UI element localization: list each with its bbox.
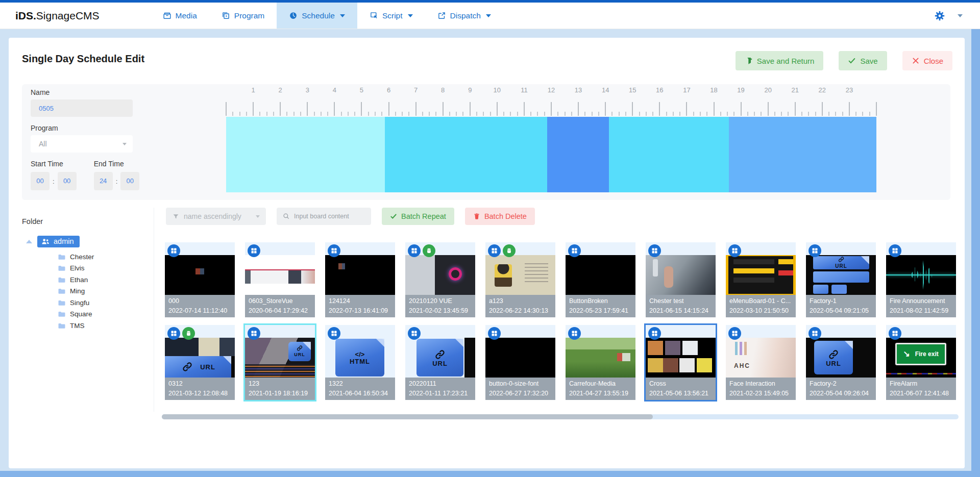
media-card[interactable]: 000 2022-07-14 11:12:40 — [165, 242, 235, 317]
scrollbar-thumb[interactable] — [162, 414, 653, 419]
media-card[interactable]: Carrefour-Media 2021-04-27 13:55:19 — [566, 325, 635, 400]
save-and-return-button[interactable]: Save and Return — [736, 51, 824, 70]
hour-label: 3 — [306, 86, 309, 94]
ruler-tick — [286, 112, 287, 116]
media-card[interactable]: URL 20220111 2022-01-11 17:23:21 — [405, 325, 475, 400]
end-minute-input[interactable]: 00 — [120, 172, 139, 190]
media-card[interactable]: URL 123 2021-01-19 18:16:19 — [245, 325, 315, 400]
search-input[interactable] — [294, 213, 363, 220]
file-label: Fire exit — [915, 351, 939, 358]
ruler-tick — [693, 112, 694, 116]
badge-windows — [167, 244, 180, 257]
ruler-tick — [273, 112, 274, 116]
ruler-tick — [571, 112, 572, 116]
ruler-tick — [544, 112, 545, 116]
media-card[interactable]: 0603_StoreVue 2020-06-04 17:29:42 — [245, 242, 315, 317]
grid-horizontal-scrollbar[interactable] — [162, 414, 959, 419]
media-thumbnail — [886, 255, 956, 295]
start-minute-input[interactable]: 00 — [58, 172, 77, 190]
folder-item-ethan[interactable]: Ethan — [58, 274, 154, 286]
media-card[interactable]: eMenuBoard-01 - C... 2022-03-10 21:50:50 — [726, 242, 796, 317]
media-card[interactable]: 20210120 VUE 2021-02-02 13:45:59 — [405, 242, 475, 317]
file-icon: URL — [165, 356, 231, 378]
badge-windows — [889, 244, 901, 257]
media-thumbnail: URL — [245, 338, 315, 378]
media-card[interactable]: 124124 2022-07-13 16:41:09 — [325, 242, 395, 317]
nav-item-media[interactable]: Media — [151, 3, 209, 29]
user-menu-caret[interactable] — [958, 14, 963, 17]
media-card[interactable]: AHC Face Interaction 2021-02-23 15:49:05 — [726, 325, 796, 400]
media-card[interactable]: ↘ Fire exit FireAlarm 2021-06-07 12:41:4… — [886, 325, 956, 400]
media-caption: Cross 2021-05-06 13:56:21 — [646, 378, 716, 400]
gear-icon[interactable] — [934, 10, 945, 21]
batch-delete-button[interactable]: Batch Delete — [465, 208, 535, 225]
file-glyph: </> — [355, 351, 365, 358]
folder-item-singfu[interactable]: Singfu — [58, 297, 154, 309]
media-card[interactable]: Chester test 2021-06-15 14:15:24 — [646, 242, 716, 317]
folder-icon — [58, 322, 66, 329]
schedule-block[interactable] — [226, 117, 385, 192]
media-card[interactable]: URL 0312 2021-03-12 12:08:48 — [165, 325, 235, 400]
hour-label: 13 — [575, 86, 582, 94]
media-card[interactable]: ButtonBroken 2022-05-23 17:59:41 — [566, 242, 635, 317]
nav-item-schedule[interactable]: Schedule — [277, 3, 357, 29]
media-caption: 0312 2021-03-12 12:08:48 — [165, 378, 235, 400]
windows-icon — [571, 330, 578, 337]
page-vertical-scrollbar[interactable] — [971, 29, 980, 471]
close-button[interactable]: Close — [902, 51, 952, 70]
batch-repeat-button[interactable]: Batch Repeat — [382, 208, 454, 225]
name-input[interactable] — [31, 99, 133, 117]
ruler-tick — [354, 112, 355, 116]
media-card[interactable]: Cross 2021-05-06 13:56:21 — [646, 325, 716, 400]
ruler-tick — [768, 102, 769, 116]
program-label: Program — [31, 124, 174, 132]
media-card[interactable]: URL Factory-1 2022-05-04 09:21:05 — [806, 242, 876, 317]
page-horizontal-scrollbar[interactable] — [0, 471, 980, 477]
media-card[interactable]: Fire Announcement 2021-08-02 11:42:59 — [886, 242, 956, 317]
media-card[interactable]: a123 2022-06-22 14:30:13 — [485, 242, 555, 317]
folder-item-tms[interactable]: TMS — [58, 320, 154, 332]
folder-item-chester[interactable]: Chester — [58, 251, 154, 263]
media-card[interactable]: URL Factory-2 2022-05-04 09:26:04 — [806, 325, 876, 400]
ruler-tick — [462, 112, 463, 116]
schedule-block[interactable] — [547, 117, 609, 192]
schedule-block[interactable] — [729, 117, 876, 192]
hour-label: 23 — [846, 86, 853, 94]
schedule-block[interactable] — [609, 117, 729, 192]
sort-select[interactable]: name ascendingly — [166, 208, 266, 225]
nav-item-script[interactable]: Script — [357, 3, 425, 29]
day-timeline[interactable]: 1234567891011121314151617181920212223 — [226, 84, 876, 200]
hour-label: 11 — [521, 86, 528, 94]
media-thumbnail: URL — [806, 338, 876, 378]
ruler-tick — [530, 112, 531, 116]
ruler-tick — [592, 112, 593, 116]
save-button[interactable]: Save — [839, 51, 887, 70]
ruler-tick — [266, 112, 267, 116]
folder-item-ming[interactable]: Ming — [58, 286, 154, 297]
ruler-tick — [449, 112, 450, 116]
thumbnail-art — [495, 264, 512, 287]
media-thumbnail — [566, 255, 635, 295]
nav-item-dispatch[interactable]: Dispatch — [425, 3, 503, 29]
start-hour-input[interactable]: 00 — [31, 172, 50, 190]
name-label: Name — [31, 88, 174, 96]
folder-item-square[interactable]: Square — [58, 309, 154, 320]
folder-item-elvis[interactable]: Elvis — [58, 263, 154, 274]
program-select[interactable]: All — [31, 135, 133, 153]
nav-item-program[interactable]: Program — [209, 3, 277, 29]
media-card[interactable]: </> HTML 1322 2021-06-04 16:50:34 — [325, 325, 395, 400]
ruler-tick — [714, 102, 715, 116]
timeline-blocks[interactable] — [226, 117, 876, 192]
end-hour-input[interactable]: 24 — [94, 172, 113, 190]
tree-expand-caret[interactable] — [26, 240, 32, 243]
media-card[interactable]: button-0-size-font 2022-06-27 17:32:20 — [485, 325, 555, 400]
hour-label: 15 — [629, 86, 636, 94]
badge-windows — [248, 327, 260, 340]
folder-name: Elvis — [70, 264, 85, 272]
folder-root-admin[interactable]: admin — [26, 236, 154, 247]
ruler-tick — [415, 102, 416, 116]
platform-badges — [648, 327, 661, 340]
schedule-block[interactable] — [385, 117, 547, 192]
hour-label: 2 — [279, 86, 282, 94]
media-caption: a123 2022-06-22 14:30:13 — [485, 295, 555, 317]
